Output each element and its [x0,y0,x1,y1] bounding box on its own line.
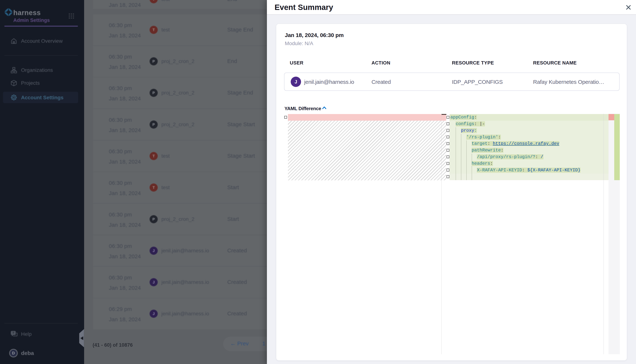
svg-text:?: ? [12,332,14,334]
